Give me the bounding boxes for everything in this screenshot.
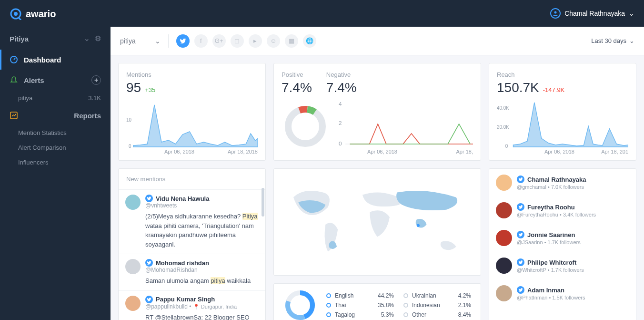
twitter-icon [145,195,153,202]
googleplus-filter-icon[interactable]: G+ [212,34,226,48]
svg-text:40.0K: 40.0K [497,105,509,111]
project-selector[interactable]: Pitiya ⌄ ⚙ [10,34,101,43]
reach-label: Reach [497,71,628,78]
influencer-handle: @JSaarinn [517,239,543,245]
report-influencers[interactable]: Influencers [0,155,111,170]
instagram-filter-icon[interactable]: ◻ [231,34,244,48]
facebook-filter-icon[interactable]: f [194,34,208,48]
date-range-selector[interactable]: Last 30 days ⌄ [591,37,634,44]
mention-avatar [125,259,141,274]
mention-avatar [125,296,141,311]
gear-icon[interactable]: ⚙ [95,34,101,43]
influencer-handle: @FureythaRoohu [517,212,558,217]
twitter-icon [517,258,524,266]
language-item[interactable]: Tagalog5.3% [326,311,394,318]
bullet-icon [326,293,331,298]
svg-text:0: 0 [505,144,508,149]
negative-label: Negative [326,71,357,78]
influencer-item[interactable]: Fureytha Roohu@FureythaRoohu • 3.4K foll… [489,196,636,224]
reach-delta: -147.9K [543,86,565,93]
web-filter-icon[interactable]: 🌐 [303,34,316,48]
influencer-item[interactable]: Jonnie Saarinen@JSaarinn • 1.7K follower… [489,224,636,252]
report-alert-comparison[interactable]: Alert Comparison [0,140,111,155]
language-name: Ukrainian [412,292,454,299]
youtube-filter-icon[interactable]: ▸ [249,34,262,48]
svg-text:4: 4 [339,102,342,107]
mention-author: Pappu Kumar Singh [156,296,215,303]
user-avatar-icon [550,8,561,19]
nav-reports[interactable]: Reports [0,105,111,125]
news-filter-icon[interactable]: ▦ [285,34,298,48]
influencer-name: Adam Inman [527,287,564,294]
influencer-name: Chamal Rathnayaka [527,176,586,183]
reach-card: Reach 150.7K -147.9K 40.0K 20.0K 0 [489,63,636,161]
alert-item-pitiya[interactable]: pitiya 3.1K [0,91,111,105]
nav-alerts-label: Alerts [24,76,44,84]
influencer-avatar [496,175,512,191]
language-item[interactable]: Thai35.8% [326,302,394,309]
language-name: Thai [335,302,374,309]
twitter-icon [517,203,524,211]
bullet-icon [403,303,408,308]
svg-text:20.0K: 20.0K [497,124,509,130]
language-name: Indonesian [412,302,454,309]
awario-logo-icon [10,8,22,20]
language-pct: 35.8% [378,302,394,309]
influencer-name: Jonnie Saarinen [527,231,575,238]
languages-panel: English44.2%Ukrainian4.2%Thai35.8%Indone… [273,283,481,320]
user-menu[interactable]: Chamal Rathnayaka ⌄ [550,8,634,19]
source-filters: f G+ ◻ ▸ ☺ ▦ 🌐 [176,34,316,48]
gauge-icon [10,55,18,64]
language-item[interactable]: Other8.4% [403,311,471,318]
chevron-down-icon[interactable]: ⌄ [84,34,90,43]
nav-dashboard-label: Dashboard [24,56,61,64]
world-map[interactable] [279,174,476,270]
language-name: Tagalog [335,311,377,318]
mention-item[interactable]: Vidu Nena Hawula@vnhtweets(2/5)Meya sidh… [119,189,265,254]
language-pct: 8.4% [458,311,471,318]
bullet-icon [403,293,408,298]
scrollbar[interactable] [262,188,264,217]
mention-item[interactable]: Pappu Kumar Singh@pappulinkbuild • 📍 Dur… [119,290,265,320]
alert-selector-label: pitiya [120,37,136,45]
influencers-panel: Chamal Rathnayaka@gmchamal • 7.0K follow… [489,168,636,320]
bullet-icon [326,312,331,317]
svg-point-1 [14,12,18,16]
influencer-handle: @WhitcroftP [517,267,546,273]
mention-item[interactable]: Mohomad rishdan@MohomadRishdanSaman ulum… [119,254,265,290]
user-name: Chamal Rathnayaka [564,10,625,17]
nav-alerts[interactable]: Alerts + [0,70,111,91]
positive-label: Positive [282,71,312,78]
brand-logo[interactable]: awario [0,0,111,28]
negative-value: 7.4% [326,80,357,95]
mention-handle: @pappulinkbuild • 📍 Durgapur, India [145,303,259,310]
twitter-filter-icon[interactable] [176,34,190,48]
mention-handle: @vnhtweets [145,202,259,209]
languages-donut [283,289,317,320]
mention-author: Mohomad rishdan [156,259,209,267]
language-item[interactable]: English44.2% [326,292,394,299]
influencer-item[interactable]: Philipe Whitcroft@WhitcroftP • 1.7K foll… [489,252,636,279]
influencer-item[interactable]: Adam Inman@PhatInman • 1.5K followers [489,279,636,307]
alert-selector[interactable]: pitiya ⌄ [120,37,161,45]
mentions-delta: +35 [145,86,155,93]
nav-dashboard[interactable]: Dashboard [0,50,111,70]
alert-item-name: pitiya [18,94,32,102]
report-mention-stats[interactable]: Mention Statistics [0,125,111,140]
new-mentions-panel: New mentions Vidu Nena Hawula@vnhtweets(… [118,168,266,320]
language-pct: 4.2% [458,292,471,299]
svg-point-4 [554,11,557,14]
reddit-filter-icon[interactable]: ☺ [267,34,280,48]
influencer-followers: 7.0K followers [551,184,584,190]
filter-bar: pitiya ⌄ f G+ ◻ ▸ ☺ ▦ 🌐 Last 30 days ⌄ [111,27,644,55]
reach-chart: 40.0K 20.0K 0 Apr 06, 2018 Apr 18, 201 [497,100,628,153]
language-pct: 2.1% [458,302,471,309]
twitter-icon [517,286,524,294]
influencer-avatar [496,202,512,218]
reach-value: 150.7K [497,80,539,95]
chevron-down-icon: ⌄ [629,10,634,17]
add-alert-button[interactable]: + [91,75,101,85]
language-item[interactable]: Indonesian2.1% [403,302,471,309]
language-item[interactable]: Ukrainian4.2% [403,292,471,299]
influencer-item[interactable]: Chamal Rathnayaka@gmchamal • 7.0K follow… [489,169,636,196]
